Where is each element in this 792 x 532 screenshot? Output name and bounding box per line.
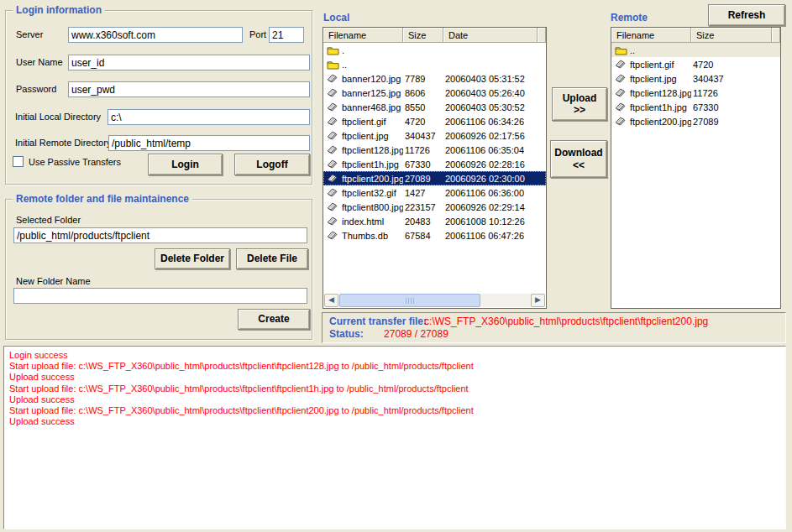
date-cell: 20061106 06:35:04: [443, 145, 538, 155]
file-name: ftpclient128.jpg: [630, 88, 691, 98]
status-label: Status:: [329, 328, 381, 340]
log-line: Start upload file: c:\WS_FTP_X360\public…: [9, 405, 780, 416]
table-row[interactable]: banner125.jpg860620060403 05:26:40: [323, 86, 546, 100]
date-cell: 20061008 10:12:26: [443, 216, 538, 227]
file-name: ftpclient1h.jpg: [630, 102, 687, 112]
file-icon: [326, 174, 339, 183]
file-icon: [326, 188, 339, 197]
file-name: banner125.jpg: [342, 88, 401, 98]
table-row[interactable]: ..: [323, 57, 546, 71]
table-row[interactable]: ftpclient.jpg340437: [611, 71, 780, 86]
file-icon: [326, 231, 339, 240]
file-icon: [614, 102, 627, 112]
table-row[interactable]: ftpclient1h.jpg6733020060926 02:28:16: [323, 157, 546, 171]
download-button[interactable]: Download <<: [550, 140, 607, 178]
log-output[interactable]: Login successStart upload file: c:\WS_FT…: [3, 346, 786, 529]
filename-cell: Thumbs.db: [323, 231, 403, 241]
table-row[interactable]: ftpclient1h.jpg67330: [611, 100, 780, 114]
file-name: ftpclient800.jpg: [342, 202, 403, 212]
filename-cell: ftpclient.jpg: [323, 131, 403, 141]
table-row[interactable]: ftpclient.gif4720: [611, 57, 780, 71]
folder-icon: [614, 45, 627, 55]
size-cell: 67330: [691, 102, 772, 112]
local-header-size[interactable]: Size: [403, 28, 443, 43]
file-name: ftpclient.gif: [342, 117, 386, 127]
scrollbar-track[interactable]: [338, 294, 531, 307]
maintenance-group-title: Remote folder and file maintainence: [13, 193, 192, 205]
server-input[interactable]: [68, 27, 243, 43]
log-line: Login success: [9, 350, 780, 361]
remote-file-rows: ..ftpclient.gif4720ftpclient.jpg340437ft…: [611, 43, 780, 308]
size-cell: 27089: [403, 174, 443, 184]
remote-header-size[interactable]: Size: [691, 28, 772, 43]
current-transfer-line: Current transfer file: c:\WS_FTP_X360\pu…: [329, 316, 708, 327]
port-input[interactable]: [269, 27, 304, 43]
table-row[interactable]: index.html2048320061008 10:12:26: [323, 214, 546, 228]
local-header-date[interactable]: Date: [443, 28, 538, 43]
table-row[interactable]: ftpclient800.jpg22315720060926 02:29:14: [323, 200, 546, 214]
table-row[interactable]: ftpclient.jpg34043720060926 02:17:56: [323, 128, 546, 143]
download-button-line1: Download: [554, 147, 602, 159]
scrollbar-thumb[interactable]: [339, 294, 480, 307]
upload-button[interactable]: Upload >>: [552, 87, 607, 121]
size-cell: 67330: [403, 159, 443, 170]
table-row[interactable]: ftpclient200.jpg2708920060926 02:30:00: [323, 171, 546, 185]
file-name: Thumbs.db: [342, 231, 388, 241]
login-information-group: Login information Server Port User Name …: [5, 10, 312, 185]
server-label: Server: [16, 29, 43, 39]
initial-local-directory-input[interactable]: [108, 109, 310, 125]
size-cell: 1427: [403, 188, 443, 198]
table-row[interactable]: Thumbs.db6758420061106 06:47:26: [323, 228, 546, 243]
size-cell: 20483: [403, 216, 443, 227]
logoff-button[interactable]: Logoff: [234, 154, 310, 175]
local-horizontal-scrollbar[interactable]: ◀ ▶: [324, 294, 545, 307]
refresh-button[interactable]: Refresh: [708, 4, 785, 26]
filename-cell: ftpclient128.jpg: [611, 88, 691, 98]
table-row[interactable]: ..: [611, 43, 780, 57]
scroll-left-icon[interactable]: ◀: [324, 294, 338, 307]
table-row[interactable]: .: [323, 43, 546, 57]
date-cell: 20060926 02:17:56: [443, 131, 538, 141]
size-cell: 340437: [403, 131, 443, 141]
table-row[interactable]: ftpclient128.jpg1172620061106 06:35:04: [323, 143, 546, 157]
table-row[interactable]: ftpclient32.gif142720061106 06:36:00: [323, 185, 546, 200]
remote-list-header: Filename Size: [611, 28, 780, 43]
table-row[interactable]: ftpclient.gif472020061106 06:34:26: [323, 114, 546, 128]
filename-cell: index.html: [323, 216, 403, 227]
log-line: Upload success: [9, 372, 780, 383]
size-cell: 67584: [403, 231, 443, 241]
initial-remote-directory-label: Initial Remote Directory: [15, 138, 111, 148]
filename-cell: ftpclient.gif: [323, 117, 403, 127]
login-button[interactable]: Login: [148, 154, 223, 175]
local-file-list: Filename Size Date ...banner120.jpg77892…: [323, 27, 547, 309]
table-row[interactable]: banner120.jpg778920060403 05:31:52: [323, 71, 546, 86]
table-row[interactable]: ftpclient128.jpg11726: [611, 86, 780, 100]
size-cell: 8606: [403, 88, 443, 98]
current-transfer-value: c:\WS_FTP_X360\public_html\products\ftpc…: [424, 316, 708, 327]
local-header-filename[interactable]: Filename: [323, 28, 403, 43]
delete-folder-button[interactable]: Delete Folder: [155, 248, 230, 269]
selected-folder-input[interactable]: [13, 227, 307, 243]
use-passive-transfers-checkbox[interactable]: [13, 156, 24, 167]
local-panel-title: Local: [323, 12, 349, 23]
password-input[interactable]: [68, 81, 310, 97]
file-icon: [326, 159, 339, 169]
scroll-right-icon[interactable]: ▶: [531, 294, 545, 307]
size-cell: 340437: [691, 74, 772, 84]
filename-cell: ftpclient128.jpg: [323, 145, 403, 155]
port-label: Port: [249, 29, 266, 39]
log-line: Upload success: [9, 416, 780, 427]
table-row[interactable]: ftpclient200.jpg27089: [611, 114, 780, 128]
folder-icon: [326, 60, 339, 70]
new-folder-name-input[interactable]: [13, 288, 307, 304]
file-icon: [614, 88, 627, 97]
file-name: banner468.jpg: [342, 102, 401, 112]
remote-header-filename[interactable]: Filename: [611, 28, 691, 43]
date-cell: 20060926 02:28:16: [443, 159, 538, 170]
file-icon: [326, 131, 339, 140]
table-row[interactable]: banner468.jpg855020060403 05:30:52: [323, 100, 546, 114]
create-button[interactable]: Create: [238, 309, 310, 330]
username-input[interactable]: [68, 55, 310, 70]
delete-file-button[interactable]: Delete File: [236, 248, 308, 269]
initial-remote-directory-input[interactable]: [108, 135, 310, 151]
